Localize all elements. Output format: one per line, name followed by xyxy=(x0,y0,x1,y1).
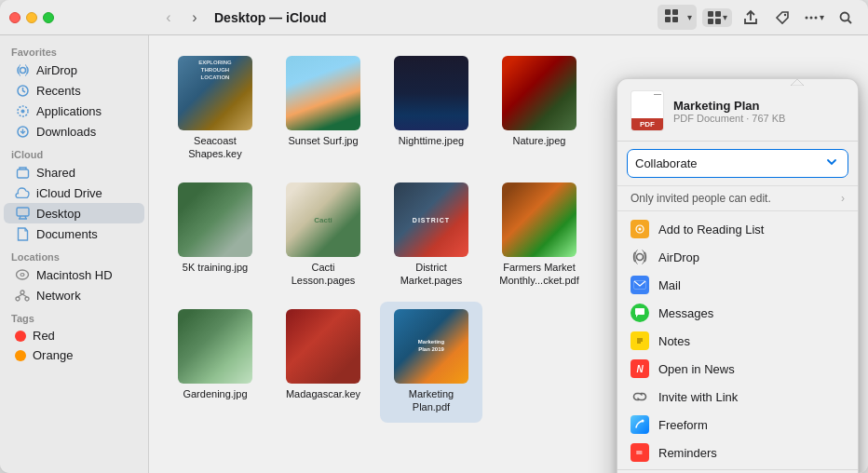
share-button[interactable] xyxy=(738,6,764,30)
file-thumb: DISTRICT xyxy=(394,182,468,257)
svg-rect-41 xyxy=(635,448,644,457)
file-label: SeacoastShapes.key xyxy=(188,134,241,161)
file-label: DistrictMarket.pages xyxy=(400,261,463,288)
list-view-button[interactable]: ▾ xyxy=(702,8,732,27)
svg-rect-3 xyxy=(672,17,678,22)
sidebar-item-label: Documents xyxy=(36,227,98,241)
popover-header: PDF Marketing Plan PDF Document · 767 KB xyxy=(617,79,858,142)
sidebar-item-macintosh-hd[interactable]: Macintosh HD xyxy=(4,264,144,285)
svg-line-30 xyxy=(22,294,27,297)
notes-icon xyxy=(631,331,649,350)
shared-icon xyxy=(15,165,30,180)
file-item[interactable]: Nature.jpeg xyxy=(488,48,590,169)
toolbar: ‹ › Desktop — iCloud ▾ ▾ xyxy=(149,5,868,30)
pdf-badge: PDF xyxy=(631,118,663,130)
svg-point-11 xyxy=(815,16,818,19)
menu-item-messages[interactable]: Messages xyxy=(617,299,858,327)
svg-rect-1 xyxy=(672,9,678,15)
favorites-label: Favorites xyxy=(0,41,148,60)
menu-item-label: Reminders xyxy=(658,446,717,460)
file-thumb xyxy=(502,182,576,257)
file-item-marketing[interactable]: MarketingPlan 2019 MarketingPlan.pdf xyxy=(380,302,482,423)
svg-rect-19 xyxy=(17,169,28,178)
file-item[interactable]: 5K training.jpg xyxy=(164,175,266,296)
mail-icon xyxy=(631,276,649,294)
back-button[interactable]: ‹ xyxy=(158,7,179,28)
sidebar-item-icloud-drive[interactable]: iCloud Drive xyxy=(4,182,144,203)
file-item[interactable]: Nighttime.jpeg xyxy=(380,48,482,169)
chevron-right-icon: › xyxy=(841,192,845,205)
svg-point-26 xyxy=(20,291,24,294)
file-label: Farmers MarketMonthly...cket.pdf xyxy=(499,261,578,288)
menu-item-reminders[interactable]: Reminders xyxy=(617,439,858,466)
freeform-icon xyxy=(631,415,649,434)
file-item[interactable]: Cacti CactiLesson.pages xyxy=(272,175,374,296)
svg-rect-7 xyxy=(715,19,721,24)
menu-item-label: Add to Reading List xyxy=(658,223,764,236)
file-label: 5K training.jpg xyxy=(183,261,248,274)
traffic-light-red[interactable] xyxy=(9,12,20,23)
svg-point-14 xyxy=(20,67,25,73)
view-dropdown-button[interactable]: ▾ xyxy=(685,10,695,24)
sidebar-item-documents[interactable]: Documents xyxy=(4,223,144,244)
svg-line-29 xyxy=(18,294,22,297)
invite-row[interactable]: Only invited people can edit. › xyxy=(617,186,858,211)
forward-button[interactable]: › xyxy=(184,7,205,28)
svg-rect-6 xyxy=(708,19,713,24)
svg-rect-4 xyxy=(708,11,713,17)
file-item[interactable]: EXPLORINGTHROUGHLOCATION SeacoastShapes.… xyxy=(164,48,266,169)
svg-point-9 xyxy=(806,16,808,19)
file-label: Nighttime.jpeg xyxy=(399,134,464,147)
file-item[interactable]: DISTRICT DistrictMarket.pages xyxy=(380,175,482,296)
file-item[interactable]: Madagascar.key xyxy=(272,302,374,423)
sidebar-item-label: Red xyxy=(33,329,55,343)
file-item[interactable]: Farmers MarketMonthly...cket.pdf xyxy=(488,175,590,296)
sidebar-item-shared[interactable]: Shared xyxy=(4,162,144,182)
menu-item-notes[interactable]: Notes xyxy=(617,327,858,355)
svg-point-10 xyxy=(810,16,813,19)
menu-item-news[interactable]: N Open in News xyxy=(617,355,858,383)
file-item[interactable]: Gardening.jpg xyxy=(164,302,266,423)
sidebar-tag-orange[interactable]: Orange xyxy=(4,345,144,365)
sidebar-item-applications[interactable]: Applications xyxy=(4,101,144,121)
collaborate-dropdown[interactable]: Collaborate xyxy=(627,149,848,178)
svg-marker-31 xyxy=(791,79,804,86)
file-item[interactable]: Sunset Surf.jpg xyxy=(272,48,374,169)
file-label: CactiLesson.pages xyxy=(292,261,356,288)
menu-item-label: Messages xyxy=(658,306,713,320)
view-switcher: ▾ xyxy=(658,5,697,30)
orange-tag-dot xyxy=(15,350,26,361)
recents-icon xyxy=(15,83,30,98)
svg-point-40 xyxy=(642,420,644,423)
sidebar-item-network[interactable]: Network xyxy=(4,285,144,305)
icon-view-button[interactable] xyxy=(659,7,684,28)
more-button[interactable]: ▾ xyxy=(801,6,827,30)
search-button[interactable] xyxy=(833,6,859,30)
popover-file-name: Marketing Plan xyxy=(673,99,785,113)
menu-item-freeform[interactable]: Freeform xyxy=(617,411,858,439)
airdrop-menu-icon xyxy=(631,248,649,266)
menu-divider xyxy=(617,469,858,470)
svg-point-27 xyxy=(16,297,20,301)
menu-item-reading-list[interactable]: Add to Reading List xyxy=(617,215,858,243)
tag-button[interactable] xyxy=(769,6,795,30)
sidebar-item-recents[interactable]: Recents xyxy=(4,80,144,101)
traffic-light-green[interactable] xyxy=(43,12,54,23)
sidebar-item-downloads[interactable]: Downloads xyxy=(4,121,144,142)
file-thumb: EXPLORINGTHROUGHLOCATION xyxy=(178,56,252,130)
pdf-file-icon: PDF xyxy=(631,90,664,131)
sidebar-tag-red[interactable]: Red xyxy=(4,326,144,345)
tags-label: Tags xyxy=(0,305,148,326)
sidebar-item-label: Macintosh HD xyxy=(36,268,113,282)
sidebar-item-desktop[interactable]: Desktop xyxy=(4,203,144,223)
traffic-light-yellow[interactable] xyxy=(26,12,37,23)
collaborate-chevron-icon xyxy=(823,154,840,173)
menu-item-invite-link[interactable]: Invite with Link xyxy=(617,383,858,411)
file-thumb xyxy=(286,56,360,130)
sidebar-item-airdrop[interactable]: AirDrop xyxy=(4,60,144,80)
sidebar-titlebar xyxy=(0,12,149,23)
menu-item-label: AirDrop xyxy=(658,250,699,264)
menu-item-mail[interactable]: Mail xyxy=(617,271,858,299)
menu-item-airdrop[interactable]: AirDrop xyxy=(617,243,858,271)
share-popover: PDF Marketing Plan PDF Document · 767 KB… xyxy=(617,78,859,473)
